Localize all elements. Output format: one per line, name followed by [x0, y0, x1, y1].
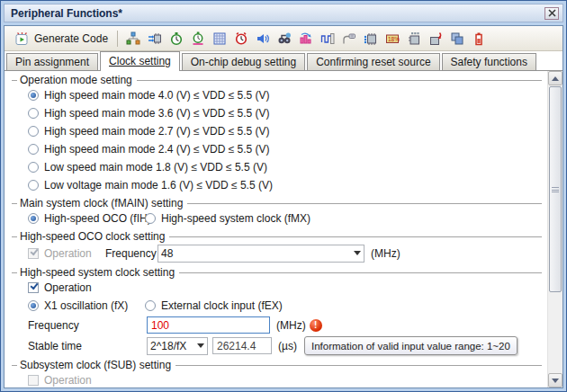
radio-icon — [28, 144, 39, 155]
group-title: High-speed system clock setting — [20, 266, 179, 279]
clock-generator-icon[interactable] — [145, 30, 164, 48]
panel: Generate Code — [4, 25, 563, 388]
frequency-label: Frequency — [28, 319, 147, 332]
tabstrip: Pin assignment Clock setting On-chip deb… — [4, 51, 562, 71]
scroll-down-button[interactable] — [548, 373, 562, 388]
input-range-tooltip: Information of valid input value range: … — [304, 336, 518, 355]
stable-time-value — [212, 337, 272, 354]
radio-icon — [145, 213, 156, 224]
radio-high-speed-main-mode-2-4[interactable]: High speed main mode 2.4 (V) ≤ VDD ≤ 5.5… — [10, 140, 545, 158]
operation-label: Operation — [44, 247, 105, 260]
stable-time-label: Stable time — [28, 340, 147, 352]
watchdog-timer-icon[interactable] — [231, 30, 250, 48]
operation-checkbox-disabled — [28, 248, 39, 259]
tab-clock-setting[interactable]: Clock setting — [100, 51, 180, 71]
interval-timer-icon[interactable] — [166, 30, 185, 48]
serial-interface-icon[interactable] — [339, 30, 358, 48]
close-icon — [548, 9, 556, 17]
radio-icon — [28, 300, 39, 311]
radio-icon — [28, 180, 39, 191]
frequency-unit: (MHz) — [371, 247, 400, 260]
chevron-down-icon — [354, 251, 361, 255]
generate-code-icon — [14, 31, 30, 46]
tab-label: On-chip debug setting — [191, 56, 296, 68]
timer-rd-icon[interactable] — [188, 30, 207, 48]
vertical-scrollbar[interactable] — [547, 71, 562, 388]
close-button[interactable] — [544, 7, 559, 20]
radio-icon — [28, 162, 39, 173]
radio-high-speed-oco[interactable]: High-speed OCO (fIH) — [10, 209, 145, 227]
tab-safety-functions[interactable]: Safety functions — [442, 53, 536, 70]
toolbar-separator — [117, 31, 118, 47]
radio-x1-oscillation[interactable]: X1 oscillation (fX) — [10, 297, 145, 315]
group-title: Subsystem clock (fSUB) setting — [20, 359, 176, 371]
radio-high-speed-system-clock[interactable]: High-speed system clock (fMX) — [145, 209, 310, 227]
tab-content-area: Operation mode setting High speed main m… — [4, 71, 562, 388]
radio-external-clock-input[interactable]: External clock input (fEX) — [145, 297, 283, 315]
clock-setting-content: Operation mode setting High speed main m… — [4, 71, 547, 388]
scroll-up-button[interactable] — [548, 71, 562, 85]
comparator-icon[interactable] — [318, 30, 337, 48]
dma-controller-icon[interactable] — [404, 30, 423, 48]
group-main-system-clock: Main system clock (fMAIN) setting High-s… — [10, 197, 545, 227]
radio-high-speed-main-mode-4-0[interactable]: High speed main mode 4.0 (V) ≤ VDD ≤ 5.5… — [10, 86, 545, 104]
frequency-label: Frequency — [105, 247, 158, 260]
scrollbar-thumb[interactable] — [549, 86, 562, 292]
tab-confirming-reset-source[interactable]: Confirming reset source — [307, 53, 439, 70]
stable-time-select[interactable]: 2^18/fX — [147, 337, 208, 355]
buzzer-icon[interactable] — [253, 30, 272, 48]
scroll-down-icon — [552, 379, 559, 383]
radio-high-speed-main-mode-3-6[interactable]: High speed main mode 3.6 (V) ≤ VDD ≤ 5.5… — [10, 104, 545, 122]
da-converter-icon[interactable] — [296, 30, 315, 48]
radio-icon — [28, 108, 39, 119]
error-icon: ! — [310, 319, 322, 332]
temperature-display-icon[interactable]: 18% — [382, 30, 401, 48]
group-title: Main system clock (fMAIN) setting — [20, 197, 187, 209]
radio-icon — [28, 213, 39, 224]
radio-low-speed-main-mode-1-8[interactable]: Low speed main mode 1.8 (V) ≤ VDD ≤ 5.5 … — [10, 158, 545, 176]
interrupt-controller-icon[interactable] — [426, 30, 445, 48]
tab-label: Pin assignment — [15, 56, 89, 68]
peripheral-functions-window: Peripheral Functions* Generate Code — [0, 0, 567, 392]
generate-code-button[interactable]: Generate Code — [8, 29, 114, 49]
group-oco-clock: High-speed OCO clock setting Operation F… — [10, 230, 545, 263]
radio-low-voltage-main-mode-1-6[interactable]: Low voltage main mode 1.6 (V) ≤ VDD ≤ 5.… — [10, 176, 545, 194]
iic-bus-icon[interactable] — [361, 30, 380, 48]
reset-function-icon[interactable] — [469, 30, 488, 48]
checkbox-icon — [28, 282, 39, 293]
tab-pin-assignment[interactable]: Pin assignment — [6, 53, 98, 70]
oco-frequency-select[interactable]: 48 — [158, 245, 364, 263]
voltage-detector-icon[interactable] — [447, 30, 466, 48]
radio-high-speed-main-mode-2-7[interactable]: High speed main mode 2.7 (V) ≤ VDD ≤ 5.5… — [10, 122, 545, 140]
subsystem-operation-checkbox[interactable]: Operation — [10, 371, 545, 388]
group-title: Operation mode setting — [20, 74, 137, 86]
tab-label: Clock setting — [109, 55, 171, 67]
radio-icon — [145, 300, 156, 311]
radio-icon — [28, 90, 39, 101]
scroll-up-icon — [552, 76, 559, 81]
titlebar: Peripheral Functions* — [4, 4, 563, 22]
group-operation-mode: Operation mode setting High speed main m… — [10, 74, 545, 194]
key-matrix-icon[interactable] — [210, 30, 229, 48]
group-title: High-speed OCO clock setting — [20, 230, 169, 243]
stable-time-unit: (µs) — [278, 340, 297, 352]
radio-icon — [28, 126, 39, 137]
scrollbar-track[interactable] — [548, 85, 562, 373]
tab-label: Confirming reset source — [316, 56, 430, 68]
frequency-unit: (MHz) — [276, 319, 306, 332]
chevron-down-icon — [197, 343, 204, 348]
ad-converter-icon[interactable] — [274, 30, 293, 48]
scrollbar-grip-icon — [552, 187, 559, 192]
group-high-speed-system-clock: High-speed system clock setting Operatio… — [10, 266, 545, 356]
checkbox-icon — [28, 375, 39, 386]
hs-frequency-input[interactable] — [147, 316, 270, 334]
group-subsystem-clock: Subsystem clock (fSUB) setting Operation — [10, 359, 545, 388]
tab-label: Safety functions — [451, 56, 527, 68]
window-title: Peripheral Functions* — [11, 7, 544, 20]
tab-on-chip-debug-setting[interactable]: On-chip debug setting — [182, 53, 305, 70]
generate-code-label: Generate Code — [34, 32, 108, 45]
hs-operation-checkbox[interactable]: Operation — [10, 279, 545, 297]
toolbar: Generate Code — [4, 26, 562, 51]
device-pin-icon[interactable] — [123, 30, 142, 48]
svg-text:18%: 18% — [388, 35, 400, 41]
